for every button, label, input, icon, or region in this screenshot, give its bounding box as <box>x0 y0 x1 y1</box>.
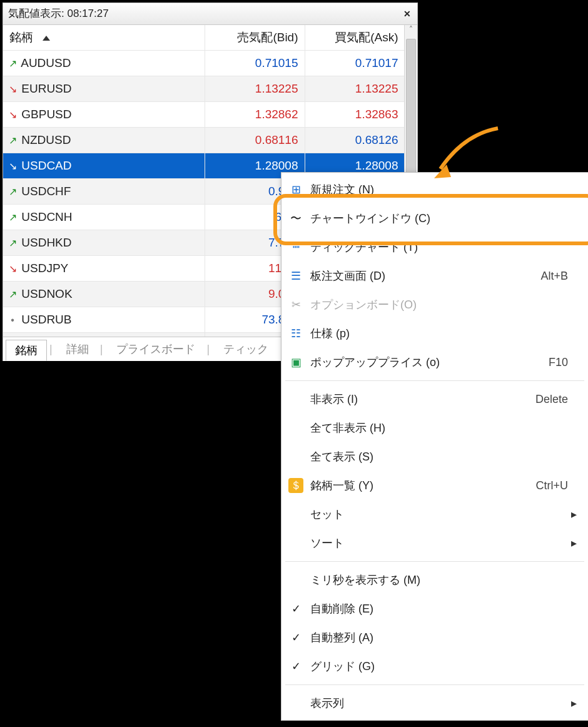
menu-item-label: ソート <box>310 536 562 551</box>
ask-cell: 0.68126 <box>305 128 404 153</box>
ask-cell: 1.13225 <box>305 76 404 102</box>
menu-item[interactable]: 全て表示 (S) <box>281 442 588 471</box>
table-row[interactable]: ↘ GBPUSD1.328621.32863 <box>3 102 404 128</box>
tab-separator: | <box>98 343 106 356</box>
menu-item[interactable]: ☷仕様 (p) <box>281 319 588 348</box>
symbol-label: USDCHF <box>18 185 71 198</box>
arrow-up-icon: ↗ <box>7 288 18 300</box>
col-header-bid[interactable]: 売気配(Bid) <box>205 25 305 51</box>
scroll-up-icon[interactable]: ˄ <box>405 25 417 36</box>
dom-icon: ☰ <box>281 269 310 283</box>
menu-separator <box>285 684 584 685</box>
menu-item-label: 銘柄一覧 (Y) <box>310 478 529 493</box>
menu-item[interactable]: ＄銘柄一覧 (Y)Ctrl+U <box>281 471 588 500</box>
ask-cell: 1.32863 <box>305 102 404 128</box>
menu-item-shortcut: Ctrl+U <box>529 479 568 492</box>
menu-item-label: 全て表示 (S) <box>310 449 562 464</box>
menu-item[interactable]: ▣ポップアッププライス (o)F10 <box>281 348 588 377</box>
menu-item-label: 板注文画面 (D) <box>310 268 534 283</box>
menu-item-label: 非表示 (I) <box>310 392 529 407</box>
arrow-up-icon: ↗ <box>7 186 18 198</box>
arrow-down-icon: ↘ <box>7 160 18 172</box>
symbol-cell[interactable]: ↗ AUDUSD <box>3 51 205 76</box>
menu-item[interactable]: セット▸ <box>281 500 588 529</box>
col-header-ask[interactable]: 買気配(Ask) <box>305 25 404 51</box>
menu-item-label: 表示列 <box>310 696 562 711</box>
dollar-icon: ＄ <box>288 478 303 493</box>
menu-item-shortcut: Alt+B <box>534 270 568 283</box>
bid-cell: 0.71015 <box>205 51 305 76</box>
symbol-cell[interactable]: ↗ USDSEK <box>3 333 205 337</box>
symbol-label: USDJPY <box>18 262 68 275</box>
tab-銘柄[interactable]: 銘柄 <box>6 340 47 361</box>
menu-item-label: 自動整列 (A) <box>310 630 562 645</box>
arrow-down-icon: ↘ <box>7 83 18 95</box>
menu-item[interactable]: ミリ秒を表示する (M) <box>281 566 588 594</box>
symbol-cell[interactable]: • USDRUB <box>3 307 205 333</box>
popup-icon: ▣ <box>281 355 310 369</box>
menu-item-label: 新規注文 (N) <box>310 182 562 197</box>
tab-ティック[interactable]: ティック <box>215 339 277 359</box>
menu-item-shortcut: Delete <box>529 393 568 406</box>
menu-item: ✂オプションボード(O) <box>281 290 588 319</box>
chart-line-icon: 〜 <box>281 211 310 226</box>
menu-item[interactable]: 非表示 (I)Delete <box>281 385 588 414</box>
menu-item-label: 全て非表示 (H) <box>310 420 562 435</box>
symbol-label: USDNOK <box>18 287 73 300</box>
menu-item[interactable]: ⊞新規注文 (N) <box>281 175 588 204</box>
arrow-down-icon: ↘ <box>7 263 18 275</box>
menu-item[interactable]: 全て非表示 (H) <box>281 414 588 442</box>
dot-icon: • <box>7 315 18 326</box>
close-icon[interactable]: ✕ <box>401 3 413 24</box>
bid-cell: 1.32862 <box>205 102 305 128</box>
menu-item[interactable]: 表示列▸ <box>281 689 588 718</box>
submenu-arrow-icon: ▸ <box>568 536 577 550</box>
symbol-cell[interactable]: ↗ USDCHF <box>3 179 205 205</box>
symbol-cell[interactable]: ↘ USDJPY <box>3 256 205 282</box>
menu-item-label: 自動削除 (E) <box>310 601 562 616</box>
symbol-label: USDCAD <box>18 159 72 172</box>
submenu-arrow-icon: ▸ <box>568 696 577 710</box>
arrow-up-icon: ↗ <box>7 211 18 223</box>
menu-item-label: ティックチャート (T) <box>310 240 562 255</box>
table-row[interactable]: ↗ NZDUSD0.681160.68126 <box>3 128 404 153</box>
menu-item[interactable]: ソート▸ <box>281 529 588 557</box>
scissors-icon: ✂ <box>281 298 310 312</box>
title-bar[interactable]: 気配値表示: 08:17:27 ✕ <box>3 3 417 25</box>
arrow-up-icon: ↗ <box>7 58 18 69</box>
menu-item-label: グリッド (G) <box>310 659 562 674</box>
symbol-cell[interactable]: ↘ GBPUSD <box>3 102 205 128</box>
tab-separator: | <box>204 343 212 356</box>
symbol-cell[interactable]: ↗ USDNOK <box>3 282 205 307</box>
menu-item-label: 仕様 (p) <box>310 326 562 341</box>
symbol-label: AUDUSD <box>18 56 71 69</box>
table-row[interactable]: ↘ EURUSD1.132251.13225 <box>3 76 404 102</box>
tab-プライスボード[interactable]: プライスボード <box>108 339 204 359</box>
menu-item[interactable]: ✓グリッド (G) <box>281 652 588 681</box>
check-icon: ✓ <box>281 659 310 673</box>
menu-separator <box>285 561 584 562</box>
sort-asc-icon <box>43 36 50 41</box>
symbol-label: EURUSD <box>18 82 72 95</box>
symbol-cell[interactable]: ↗ USDHKD <box>3 230 205 256</box>
col-header-symbol[interactable]: 銘柄 <box>3 25 205 51</box>
menu-item[interactable]: ✓自動整列 (A) <box>281 623 588 652</box>
bid-cell: 1.13225 <box>205 76 305 102</box>
menu-item[interactable]: ✓自動削除 (E) <box>281 594 588 623</box>
menu-item[interactable]: ┉ティックチャート (T) <box>281 233 588 262</box>
symbol-cell[interactable]: ↗ NZDUSD <box>3 128 205 153</box>
spec-icon: ☷ <box>281 327 310 340</box>
menu-item[interactable]: 〜チャートウインドウ (C) <box>281 204 588 233</box>
symbol-label: USDHKD <box>18 236 72 249</box>
menu-separator <box>285 380 584 381</box>
symbol-cell[interactable]: ↘ EURUSD <box>3 76 205 102</box>
plus-box-icon: ⊞ <box>281 183 310 196</box>
symbol-label: USDRUB <box>18 313 72 326</box>
menu-item[interactable]: ☰板注文画面 (D)Alt+B <box>281 262 588 290</box>
tab-詳細[interactable]: 詳細 <box>58 339 98 359</box>
tick-chart-icon: ┉ <box>281 240 310 254</box>
table-row[interactable]: ↗ AUDUSD0.710150.71017 <box>3 51 404 76</box>
submenu-arrow-icon: ▸ <box>568 507 577 521</box>
symbol-cell[interactable]: ↗ USDCNH <box>3 205 205 230</box>
symbol-cell[interactable]: ↘ USDCAD <box>3 153 205 179</box>
